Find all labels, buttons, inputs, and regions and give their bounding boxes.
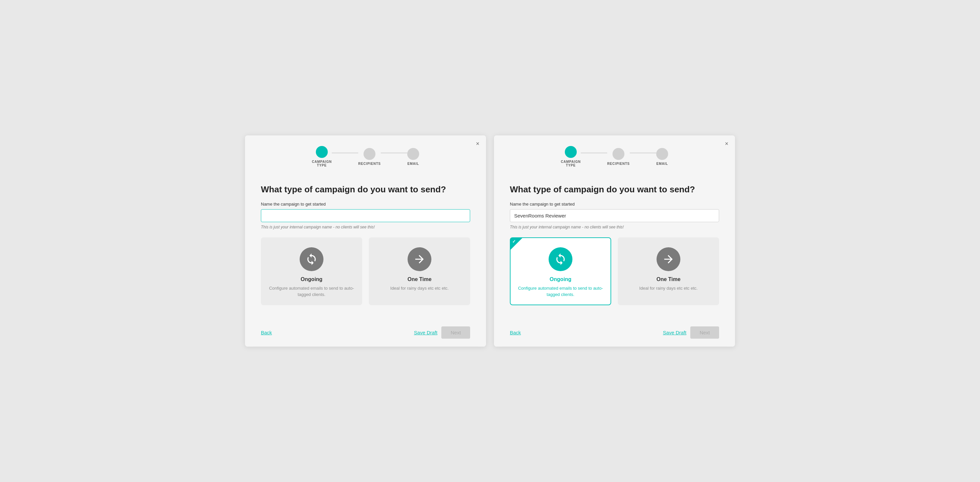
next-button-left: Next bbox=[441, 326, 470, 339]
ongoing-card-title-right: Ongoing bbox=[550, 277, 571, 282]
campaign-card-ongoing-left[interactable]: Ongoing Configure automated emails to se… bbox=[261, 237, 362, 305]
stepper-left: CAMPAIGNTYPE RECIPIENTS EMAIL bbox=[245, 135, 486, 174]
step-connector-1-right bbox=[581, 153, 607, 153]
step-label-campaign-left: CAMPAIGNTYPE bbox=[312, 160, 332, 167]
field-label-right: Name the campaign to get started bbox=[510, 202, 719, 207]
share-icon-right bbox=[662, 253, 675, 266]
panel-left: × CAMPAIGNTYPE RECIPIENTS EMAIL What typ… bbox=[245, 135, 486, 346]
step-circle-inactive-recipients-left bbox=[364, 148, 375, 160]
step-label-recipients-right: RECIPIENTS bbox=[607, 162, 630, 165]
ongoing-card-title-left: Ongoing bbox=[301, 277, 323, 282]
campaign-card-ongoing-right[interactable]: ✓ Ongoing Configure automated emails to … bbox=[510, 237, 611, 305]
step-campaign-type-left: CAMPAIGNTYPE bbox=[312, 146, 332, 167]
step-label-email-right: EMAIL bbox=[657, 162, 668, 165]
ongoing-icon-circle-left bbox=[300, 247, 323, 271]
onetime-card-desc-right: Ideal for rainy days etc etc etc. bbox=[639, 285, 698, 292]
footer-right-right: Save Draft Next bbox=[663, 326, 719, 339]
step-circle-inactive-email-left bbox=[407, 148, 419, 160]
panel-title-left: What type of campaign do you want to sen… bbox=[261, 185, 470, 195]
close-button-left[interactable]: × bbox=[476, 141, 479, 146]
panel-body-left: What type of campaign do you want to sen… bbox=[245, 174, 486, 321]
input-hint-left: This is just your internal campaign name… bbox=[261, 225, 470, 229]
campaign-name-input-left[interactable] bbox=[261, 209, 470, 222]
step-label-recipients-left: RECIPIENTS bbox=[358, 162, 381, 165]
step-email-right: EMAIL bbox=[656, 148, 668, 165]
save-draft-button-right[interactable]: Save Draft bbox=[663, 326, 686, 339]
checkmark-corner-right: ✓ bbox=[511, 238, 522, 250]
panel-right: × CAMPAIGNTYPE RECIPIENTS EMAIL What typ… bbox=[494, 135, 735, 346]
onetime-icon-circle-right bbox=[657, 247, 680, 271]
campaign-cards-left: Ongoing Configure automated emails to se… bbox=[261, 237, 470, 305]
step-campaign-type-right: CAMPAIGNTYPE bbox=[561, 146, 581, 167]
step-recipients-right: RECIPIENTS bbox=[607, 148, 630, 165]
step-label-email-left: EMAIL bbox=[407, 162, 419, 165]
back-button-left[interactable]: Back bbox=[261, 330, 272, 336]
close-button-right[interactable]: × bbox=[725, 141, 729, 146]
step-circle-active-right bbox=[565, 146, 577, 158]
step-connector-2-right bbox=[630, 153, 656, 153]
refresh-icon-left bbox=[305, 253, 318, 266]
step-connector-1-left bbox=[332, 153, 358, 153]
checkmark-icon: ✓ bbox=[512, 239, 516, 243]
campaign-card-onetime-right[interactable]: One Time Ideal for rainy days etc etc et… bbox=[618, 237, 719, 305]
field-label-left: Name the campaign to get started bbox=[261, 202, 470, 207]
step-email-left: EMAIL bbox=[407, 148, 419, 165]
refresh-icon-right bbox=[554, 253, 567, 266]
campaign-cards-right: ✓ Ongoing Configure automated emails to … bbox=[510, 237, 719, 305]
step-label-campaign-right: CAMPAIGNTYPE bbox=[561, 160, 581, 167]
back-button-right[interactable]: Back bbox=[510, 330, 521, 336]
step-circle-inactive-recipients-right bbox=[612, 148, 624, 160]
campaign-card-onetime-left[interactable]: One Time Ideal for rainy days etc etc et… bbox=[369, 237, 470, 305]
step-recipients-left: RECIPIENTS bbox=[358, 148, 381, 165]
campaign-name-input-right[interactable] bbox=[510, 209, 719, 222]
panel-body-right: What type of campaign do you want to sen… bbox=[494, 174, 735, 321]
ongoing-card-desc-left: Configure automated emails to send to au… bbox=[268, 285, 355, 298]
ongoing-icon-circle-right bbox=[549, 247, 573, 271]
onetime-card-title-left: One Time bbox=[407, 277, 432, 282]
step-connector-2-left bbox=[381, 153, 407, 153]
stepper-right: CAMPAIGNTYPE RECIPIENTS EMAIL bbox=[494, 135, 735, 174]
step-circle-inactive-email-right bbox=[656, 148, 668, 160]
panel-title-right: What type of campaign do you want to sen… bbox=[510, 185, 719, 195]
next-button-right: Next bbox=[690, 326, 719, 339]
footer-right-left: Save Draft Next bbox=[414, 326, 470, 339]
panel-footer-left: Back Save Draft Next bbox=[245, 321, 486, 347]
panels-container: × CAMPAIGNTYPE RECIPIENTS EMAIL What typ… bbox=[245, 135, 735, 346]
save-draft-button-left[interactable]: Save Draft bbox=[414, 326, 438, 339]
onetime-card-desc-left: Ideal for rainy days etc etc etc. bbox=[390, 285, 449, 292]
onetime-icon-circle-left bbox=[407, 247, 431, 271]
input-hint-right: This is just your internal campaign name… bbox=[510, 225, 719, 229]
step-circle-active-left bbox=[316, 146, 328, 158]
share-icon-left bbox=[413, 253, 426, 266]
ongoing-card-desc-right: Configure automated emails to send to au… bbox=[517, 285, 604, 298]
onetime-card-title-right: One Time bbox=[657, 277, 681, 282]
panel-footer-right: Back Save Draft Next bbox=[494, 321, 735, 347]
